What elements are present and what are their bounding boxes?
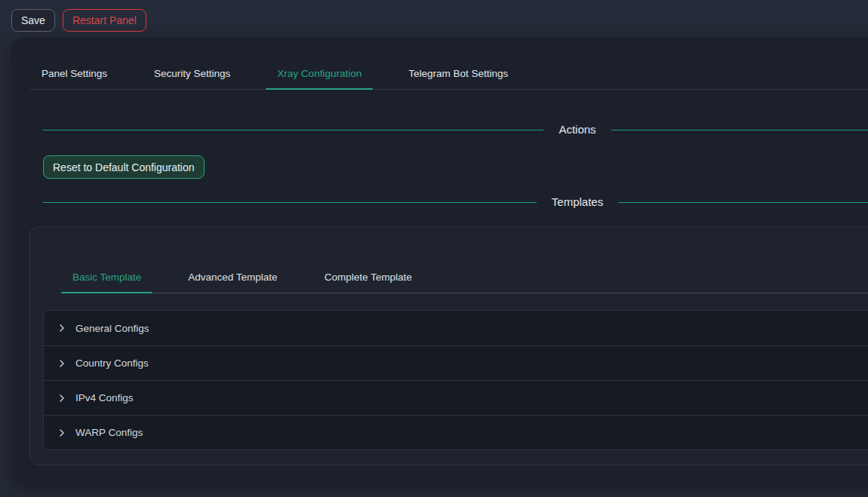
- templates-card: Basic Template Advanced Template Complet…: [29, 226, 868, 465]
- collapse-item-label: IPv4 Configs: [75, 392, 134, 403]
- divider-line: [43, 202, 537, 203]
- actions-divider-title: Actions: [543, 121, 611, 138]
- main-tabs: Panel Settings Security Settings Xray Co…: [30, 38, 868, 90]
- divider-line: [611, 130, 868, 130]
- chevron-right-icon: [58, 394, 66, 403]
- collapse-general-configs[interactable]: General Configs: [44, 311, 868, 345]
- collapse-item-label: Country Configs: [75, 357, 149, 369]
- chevron-right-icon: [58, 359, 66, 368]
- tab-panel-settings[interactable]: Panel Settings: [30, 66, 119, 89]
- restart-panel-button[interactable]: Restart Panel: [63, 9, 146, 32]
- settings-card: Panel Settings Security Settings Xray Co…: [11, 38, 868, 483]
- tab-advanced-template[interactable]: Advanced Template: [177, 270, 288, 293]
- tab-telegram-bot-settings[interactable]: Telegram Bot Settings: [397, 66, 519, 89]
- tab-security-settings[interactable]: Security Settings: [143, 66, 242, 89]
- save-button[interactable]: Save: [11, 9, 55, 32]
- tab-content: Actions Reset to Default Configuration T…: [11, 121, 868, 465]
- collapse-warp-configs[interactable]: WARP Configs: [44, 415, 868, 449]
- configs-collapse: General Configs Country Configs IPv4 Con…: [43, 310, 868, 450]
- templates-divider-title: Templates: [537, 194, 618, 210]
- divider-line: [618, 202, 868, 203]
- actions-divider: Actions: [43, 121, 868, 138]
- chevron-right-icon: [58, 428, 66, 437]
- templates-divider: Templates: [43, 194, 868, 210]
- collapse-ipv4-configs[interactable]: IPv4 Configs: [44, 380, 868, 415]
- tab-xray-configuration[interactable]: Xray Configuration: [266, 66, 373, 89]
- tab-complete-template[interactable]: Complete Template: [313, 270, 423, 293]
- collapse-country-configs[interactable]: Country Configs: [44, 345, 868, 380]
- chevron-right-icon: [58, 324, 66, 333]
- reset-default-configuration-button[interactable]: Reset to Default Configuration: [43, 155, 205, 179]
- toolbar: Save Restart Panel: [11, 9, 146, 32]
- tab-basic-template[interactable]: Basic Template: [61, 270, 152, 293]
- collapse-item-label: WARP Configs: [75, 427, 143, 438]
- collapse-item-label: General Configs: [75, 323, 149, 334]
- template-tabs: Basic Template Advanced Template Complet…: [61, 227, 868, 293]
- divider-line: [43, 130, 543, 130]
